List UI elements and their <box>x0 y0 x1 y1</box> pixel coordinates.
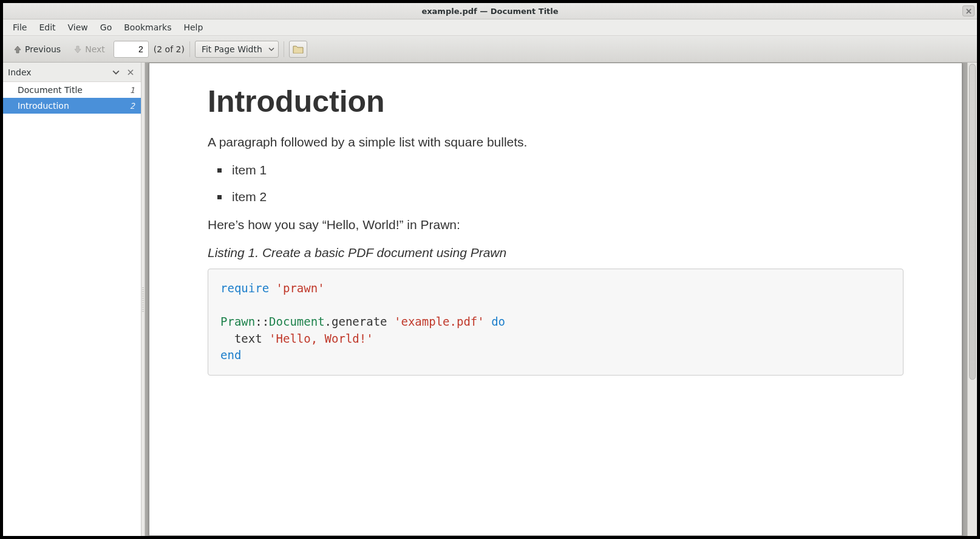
window-close-button[interactable] <box>962 5 975 16</box>
code-token <box>269 281 276 295</box>
code-token <box>485 315 491 328</box>
code-token: do <box>491 315 505 328</box>
page-number-input[interactable] <box>114 41 149 58</box>
code-token: .generate <box>325 315 394 328</box>
list-item: item 1 <box>232 163 903 177</box>
doc-paragraph: A paragraph followed by a simple list wi… <box>208 135 903 149</box>
folder-icon <box>293 45 304 53</box>
previous-page-button[interactable]: Previous <box>9 42 64 57</box>
window-title: example.pdf — Document Title <box>421 7 558 16</box>
close-icon <box>128 69 134 75</box>
zoom-select[interactable]: Fit Page Width <box>195 41 279 58</box>
next-label: Next <box>85 44 105 54</box>
doc-heading: Introduction <box>208 84 903 119</box>
menu-go[interactable]: Go <box>94 20 118 35</box>
menu-bookmarks[interactable]: Bookmarks <box>118 20 177 35</box>
open-file-button[interactable] <box>289 41 307 58</box>
index-item-introduction[interactable]: Introduction 2 <box>3 98 141 114</box>
window-titlebar: example.pdf — Document Title <box>3 3 977 19</box>
code-token: Document <box>269 315 325 328</box>
code-token: require <box>220 281 269 295</box>
menu-edit[interactable]: Edit <box>33 20 61 35</box>
doc-paragraph: Here’s how you say “Hello, World!” in Pr… <box>208 218 903 232</box>
side-panel-mode-button[interactable] <box>111 67 121 78</box>
doc-list: item 1 item 2 <box>208 163 903 204</box>
zoom-label: Fit Page Width <box>202 44 262 54</box>
code-token: 'example.pdf' <box>394 315 485 328</box>
vertical-scrollbar[interactable] <box>967 63 977 536</box>
menu-help[interactable]: Help <box>177 20 209 35</box>
side-panel-title: Index <box>8 67 107 77</box>
code-token: 'Hello, World!' <box>269 332 373 345</box>
list-item: item 2 <box>232 190 903 204</box>
menu-bar: File Edit View Go Bookmarks Help <box>3 19 977 36</box>
index-item-label: Document Title <box>18 85 83 95</box>
arrow-up-icon <box>13 44 22 54</box>
close-icon <box>966 9 971 14</box>
scrollbar-thumb[interactable] <box>969 64 976 380</box>
code-token: Prawn <box>220 315 255 328</box>
code-token: text <box>234 332 269 345</box>
side-panel-close-button[interactable] <box>125 67 136 78</box>
menu-view[interactable]: View <box>62 20 94 35</box>
pdf-page: Introduction A paragraph followed by a s… <box>149 63 962 536</box>
toolbar: Previous Next (2 of 2) Fit Page Width <box>3 36 977 63</box>
code-token: 'prawn' <box>276 281 325 295</box>
menu-file[interactable]: File <box>7 20 33 35</box>
toolbar-separator <box>189 41 190 57</box>
next-page-button: Next <box>69 42 109 57</box>
code-block: require 'prawn' Prawn::Document.generate… <box>208 269 903 376</box>
chevron-down-icon <box>112 69 120 76</box>
index-item-page: 1 <box>130 86 135 95</box>
page-count-label: (2 of 2) <box>154 44 185 54</box>
side-panel: Index Document Title 1 <box>3 63 141 536</box>
code-token <box>220 332 234 345</box>
toolbar-separator <box>284 41 284 57</box>
index-item-document-title[interactable]: Document Title 1 <box>3 82 141 98</box>
index-list: Document Title 1 Introduction 2 <box>3 82 141 536</box>
document-view[interactable]: Introduction A paragraph followed by a s… <box>145 63 977 536</box>
doc-listing-caption: Listing 1. Create a basic PDF document u… <box>208 245 903 260</box>
index-item-page: 2 <box>130 101 135 111</box>
index-item-label: Introduction <box>18 101 69 111</box>
chevron-down-icon <box>268 46 274 52</box>
side-panel-header: Index <box>3 63 141 82</box>
previous-label: Previous <box>25 44 61 54</box>
arrow-down-icon <box>73 44 83 54</box>
code-token: end <box>220 348 241 362</box>
code-token: :: <box>255 315 269 328</box>
